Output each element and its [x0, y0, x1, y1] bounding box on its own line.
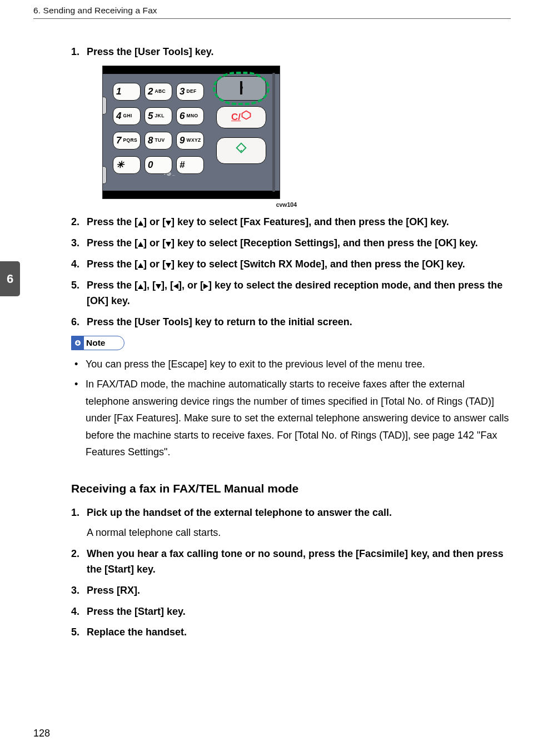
key-9-digit: 9	[180, 133, 185, 148]
key-star-digit: ✳	[116, 158, 124, 172]
step-b-1-text: Pick up the handset of the external tele…	[87, 507, 392, 518]
step-a-5-text-part-0: Press the [	[87, 280, 138, 291]
keypad-row-3: 7PQRS 8TUV 9WXYZ	[113, 132, 213, 150]
step-b-1: Pick up the handset of the external tele…	[71, 505, 510, 541]
left-arrow-icon	[173, 284, 178, 289]
procedure-b-list: Pick up the handset of the external tele…	[71, 505, 510, 640]
header-rule	[33, 18, 511, 19]
user-tools-icon	[240, 81, 242, 96]
step-a-4-text-part-1: ] or [	[143, 258, 166, 270]
key-0-digit: 0	[148, 158, 153, 172]
step-a-2: Press the [] or [] key to select [Fax Fe…	[71, 215, 510, 230]
up-arrow-icon	[138, 263, 143, 268]
step-a-4: Press the [] or [] key to select [Switch…	[71, 257, 510, 272]
keypad-row-1: 1 2ABC 3DEF	[113, 83, 213, 101]
key-hash[interactable]: #	[176, 156, 204, 174]
key-6[interactable]: 6MNO	[176, 107, 204, 125]
key-3-digit: 3	[180, 84, 185, 99]
start-icon	[236, 142, 247, 158]
note-heading-row: Note	[71, 336, 510, 350]
step-a-5-text-part-1: ], [	[143, 280, 156, 291]
step-a-5-text-part-2: ], [	[161, 280, 173, 291]
key-7[interactable]: 7PQRS	[113, 132, 141, 150]
function-button-area: C/	[216, 76, 271, 188]
chapter-tab: 6	[0, 261, 20, 296]
step-b-4: Press the [Start] key.	[71, 604, 510, 620]
section-heading: Receiving a fax in FAX/TEL Manual mode	[71, 482, 510, 495]
main-content: Press the [User Tools] key. 1 2ABC 3D	[71, 44, 510, 646]
step-b-5-text: Replace the handset.	[87, 626, 187, 638]
step-a-3-text-part-0: Press the [	[87, 237, 138, 248]
page-number: 128	[33, 728, 50, 739]
key-6-letters: MNO	[186, 112, 198, 120]
key-3[interactable]: 3DEF	[176, 83, 204, 101]
note-badge: Note	[71, 336, 124, 350]
procedure-a-list: Press the [User Tools] key. 1 2ABC 3D	[71, 44, 510, 330]
keypad-row-2: 4GHI 5JKL 6MNO	[113, 107, 213, 125]
key-7-digit: 7	[116, 133, 121, 148]
note-item-2: In FAX/TAD mode, the machine automatical…	[71, 376, 510, 461]
key-1[interactable]: 1	[113, 83, 141, 101]
clear-label: C/	[231, 110, 241, 125]
step-a-5: Press the [], [], [], or [] key to selec…	[71, 278, 510, 309]
step-b-4-text: Press the [Start] key.	[87, 606, 186, 617]
step-a-1: Press the [User Tools] key. 1 2ABC 3D	[71, 44, 510, 209]
up-arrow-icon	[138, 242, 143, 247]
down-arrow-icon	[166, 263, 171, 268]
step-a-1-text: Press the [User Tools] key.	[87, 46, 213, 57]
key-3-letters: DEF	[186, 88, 196, 95]
numeric-keypad: 1 2ABC 3DEF 4GHI 5JKL 6MNO 7PQRS	[113, 83, 213, 181]
running-header: 6. Sending and Receiving a Fax	[33, 6, 157, 16]
clear-stop-button[interactable]: C/	[216, 106, 266, 128]
step-a-4-text-part-0: Press the [	[87, 258, 138, 270]
note-item-1: You can press the [Escape] key to exit t…	[71, 356, 510, 373]
key-2[interactable]: 2ABC	[145, 83, 172, 101]
panel-side-tab-1	[102, 97, 107, 115]
note-list: You can press the [Escape] key to exit t…	[71, 356, 510, 461]
key-9-letters: WXYZ	[186, 137, 201, 144]
svg-marker-0	[242, 111, 251, 119]
key-4-letters: GHI	[123, 112, 132, 120]
up-arrow-icon	[138, 284, 143, 289]
step-a-2-text-part-0: Press the [	[87, 216, 138, 227]
note-icon	[72, 336, 84, 350]
key-8-letters: TUV	[155, 137, 165, 144]
down-arrow-icon	[166, 242, 171, 247]
right-arrow-icon	[203, 284, 208, 289]
key-star[interactable]: ✳	[113, 156, 141, 174]
key-5[interactable]: 5JKL	[145, 107, 172, 125]
page: 6. Sending and Receiving a Fax 6 Press t…	[0, 0, 533, 756]
panel-side-tab-2	[102, 166, 107, 184]
key-9[interactable]: 9WXYZ	[176, 132, 204, 150]
keypad-row-4: ✳ 0 #	[113, 156, 213, 174]
step-a-6: Press the [User Tools] key to return to …	[71, 315, 510, 330]
step-b-1-subtext: A normal telephone call starts.	[87, 525, 510, 541]
figure-keypad: 1 2ABC 3DEF 4GHI 5JKL 6MNO 7PQRS	[102, 66, 510, 209]
start-button[interactable]	[216, 137, 266, 164]
key-2-letters: ABC	[155, 88, 166, 95]
key-2-digit: 2	[148, 84, 153, 99]
key-1-digit: 1	[116, 84, 121, 99]
down-arrow-icon	[156, 284, 161, 289]
key-5-digit: 5	[148, 109, 153, 123]
note-label: Note	[86, 338, 105, 348]
key-8[interactable]: 8TUV	[145, 132, 172, 150]
key-8-digit: 8	[148, 133, 153, 148]
key-hash-digit: #	[180, 158, 185, 172]
key-0[interactable]: 0	[145, 156, 172, 174]
key-4-digit: 4	[116, 109, 121, 123]
step-a-2-text-part-2: ] key to select [Fax Features], and then…	[171, 216, 449, 227]
user-tools-button[interactable]	[216, 76, 266, 101]
panel-right-divider	[272, 73, 275, 192]
step-b-3-text: Press [RX].	[87, 585, 140, 596]
step-b-3: Press [RX].	[71, 583, 510, 599]
step-a-4-text-part-2: ] key to select [Switch RX Mode], and th…	[171, 258, 465, 270]
step-a-3-text-part-2: ] key to select [Reception Settings], an…	[171, 237, 478, 248]
key-4[interactable]: 4GHI	[113, 107, 141, 125]
key-5-letters: JKL	[155, 112, 164, 120]
figure-reference: cvw104	[102, 200, 297, 209]
step-a-6-text: Press the [User Tools] key to return to …	[87, 316, 352, 327]
step-b-2: When you hear a fax calling tone or no s…	[71, 546, 510, 578]
panel-bottom-bar	[103, 191, 280, 198]
keypad-panel: 1 2ABC 3DEF 4GHI 5JKL 6MNO 7PQRS	[102, 66, 280, 199]
